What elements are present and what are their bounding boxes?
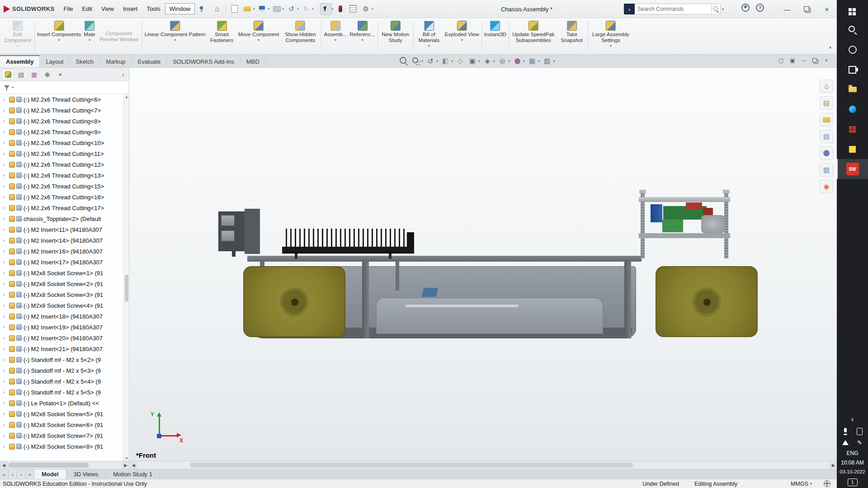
clock-date[interactable]: 03-10-2022 (840, 469, 865, 474)
search-dropdown-icon[interactable]: ▾ (722, 7, 724, 11)
menu-tools[interactable]: Tools (142, 3, 165, 14)
expand-caret-icon[interactable]: › (3, 259, 8, 265)
expand-caret-icon[interactable]: › (3, 248, 8, 254)
taskbar-task-view[interactable] (837, 60, 868, 80)
menu-view[interactable]: View (97, 3, 118, 14)
ribbon-collapse-icon[interactable]: ▴ (829, 44, 831, 49)
ribbon-button-instant3d[interactable]: Instant3D (483, 19, 508, 53)
home-icon[interactable] (820, 80, 833, 93)
filter-funnel-icon[interactable] (4, 84, 10, 91)
ribbon-button-update-speedpak-subassemblies[interactable]: Update SpeedPak Subassemblies (510, 19, 557, 53)
edit-appearance-icon[interactable] (512, 56, 523, 66)
avatar-icon[interactable] (741, 4, 750, 12)
dimxpertmanager-tab-icon[interactable] (41, 69, 53, 80)
menu-insert[interactable]: Insert (118, 3, 142, 14)
expand-caret-icon[interactable]: › (3, 335, 8, 341)
previous-view-icon[interactable] (425, 56, 436, 66)
ribbon-button-mate[interactable]: Mate▾ (82, 19, 97, 53)
taskbar-solidworks[interactable] (837, 159, 868, 179)
units-selector[interactable]: MMGS▾ (791, 481, 812, 487)
toolbar-pin-icon[interactable] (198, 5, 205, 13)
expand-caret-icon[interactable]: › (3, 291, 8, 298)
tree-item[interactable]: ›(-) M2x8 Socket Screw<2> (91 (0, 278, 124, 289)
viewport-scroll-right-icon[interactable]: ▶ (830, 461, 837, 469)
tree-item[interactable]: ›(-) M2.2x6 Thread Cutting<15> (0, 181, 124, 192)
tree-filter-row[interactable]: ▾ (0, 81, 129, 94)
ribbon-button-smart-fasteners[interactable]: Smart Fasteners (207, 19, 237, 53)
displaymanager-tab-icon[interactable] (54, 69, 66, 80)
dropdown-caret-icon[interactable]: ▾ (508, 59, 510, 63)
save-icon[interactable] (256, 3, 268, 15)
dropdown-caret-icon[interactable]: ▾ (283, 7, 284, 11)
tree-item[interactable]: ›(-) M2 Insert<19> (94180A307 (0, 322, 124, 333)
motor-cylinder[interactable] (701, 215, 725, 233)
doc-tab-scroll-2[interactable]: › (17, 469, 26, 479)
taskbar-start[interactable] (837, 0, 868, 20)
wheel-left[interactable] (243, 266, 345, 337)
doc-tab-motion-study-1[interactable]: Motion Study 1 (106, 469, 160, 479)
ribbon-button-referenc[interactable]: Referenc...▾ (349, 19, 377, 53)
expand-caret-icon[interactable]: › (3, 432, 8, 439)
tree-item[interactable]: ›(-) M2 Insert<16> (94180A307 (0, 246, 124, 257)
dropdown-caret-icon[interactable]: ▾ (297, 7, 299, 11)
expand-caret-icon[interactable]: › (3, 324, 8, 330)
center-housing[interactable] (376, 298, 603, 334)
tree-scroll-right-icon[interactable]: ▶ (122, 461, 129, 469)
expand-caret-icon[interactable]: › (3, 367, 8, 374)
ribbon-button-assemb[interactable]: Assemb...▾ (322, 19, 348, 53)
close-button[interactable]: × (817, 0, 837, 18)
globe-icon[interactable] (824, 480, 830, 487)
ribbon-button-edit-component[interactable]: Edit Component▾ (2, 19, 33, 53)
reference-triad[interactable]: Y X (148, 412, 187, 446)
taskbar-pixel-app[interactable] (837, 119, 868, 139)
scroll-down-icon[interactable]: ▼ (124, 455, 129, 461)
tree-item[interactable]: ›(-) M2 Insert<17> (94180A307 (0, 257, 124, 267)
tree-item[interactable]: ›(-) M2 Insert<18> (94180A307 (0, 311, 124, 322)
expand-caret-icon[interactable]: › (3, 378, 8, 385)
ribbon-button-new-motion-study[interactable]: New Motion Study (379, 19, 412, 53)
doc-tab-3d-views[interactable]: 3D Views (66, 469, 106, 479)
search-input[interactable] (635, 4, 712, 14)
restore-button[interactable] (797, 0, 817, 18)
tab-layout[interactable]: Layout (40, 56, 70, 67)
zoom-fit-icon[interactable] (398, 56, 409, 66)
expand-caret-icon[interactable]: › (3, 237, 8, 244)
tree-item[interactable]: ›(-) M2x8 Socket Screw<7> (91 (0, 430, 124, 441)
viewport-scroll-left-icon[interactable]: ◀ (130, 461, 137, 469)
featuremanager-tab-icon[interactable] (2, 69, 14, 80)
expand-caret-icon[interactable]: › (3, 118, 8, 124)
tree-item[interactable]: ›(-) M2x8 Socket Screw<8> (91 (0, 441, 124, 452)
doc-tab-scroll-0[interactable]: « (0, 469, 9, 479)
expand-caret-icon[interactable]: › (3, 129, 8, 135)
language-indicator[interactable]: ENG (846, 450, 858, 456)
ribbon-button-bill-of-materials[interactable]: Bill of Materials▾ (415, 19, 443, 53)
dropdown-caret-icon[interactable]: ▾ (421, 59, 423, 63)
dropdown-caret-icon[interactable]: ▾ (268, 7, 270, 11)
section-view-icon[interactable] (440, 56, 451, 66)
tree-item[interactable]: ›(-) M2 Insert<14> (94180A307 (0, 235, 124, 246)
ribbon-button-insert-components[interactable]: Insert Components▾ (36, 19, 82, 53)
tree-item[interactable]: ›(-) Standoff mf - M2 x 5<2> (9 (0, 354, 124, 365)
taskbar-edge[interactable] (837, 99, 868, 119)
clock-time[interactable]: 10:08 AM (841, 460, 864, 466)
dropdown-caret-icon[interactable]: ▾ (332, 7, 334, 11)
notification-center-icon[interactable]: 1 (848, 479, 858, 486)
propertymanager-tab-icon[interactable] (15, 69, 27, 80)
dropdown-caret-icon[interactable]: ▾ (493, 59, 495, 63)
view-settings-icon[interactable] (542, 56, 552, 66)
dropdown-caret-icon[interactable]: ▾ (436, 59, 438, 63)
tree-item[interactable]: ›(-) M2x8 Socket Screw<4> (91 (0, 300, 124, 311)
mouse-gestures-icon[interactable] (335, 3, 346, 15)
expand-caret-icon[interactable]: › (3, 270, 8, 276)
tree-item[interactable]: ›(-) M2.2x6 Thread Cutting<6> (0, 94, 124, 105)
hide-show-items-icon[interactable] (497, 56, 508, 66)
tree-item[interactable]: ›(-) M2.2x6 Thread Cutting<8> (0, 116, 124, 127)
dropdown-caret-icon[interactable]: ▾ (372, 7, 373, 11)
tree-item[interactable]: ›(-) M2.2x6 Thread Cutting<12> (0, 159, 124, 170)
expand-caret-icon[interactable]: › (3, 140, 8, 146)
tree-item[interactable]: ›(-) M2.2x6 Thread Cutting<10> (0, 137, 124, 148)
search-launch-icon[interactable]: › (624, 4, 635, 14)
dynamic-annotation-icon[interactable] (455, 56, 466, 66)
tray-expand-icon[interactable] (847, 415, 858, 424)
tree-item[interactable]: ›(-) M2.2x6 Thread Cutting<17> (0, 202, 124, 213)
